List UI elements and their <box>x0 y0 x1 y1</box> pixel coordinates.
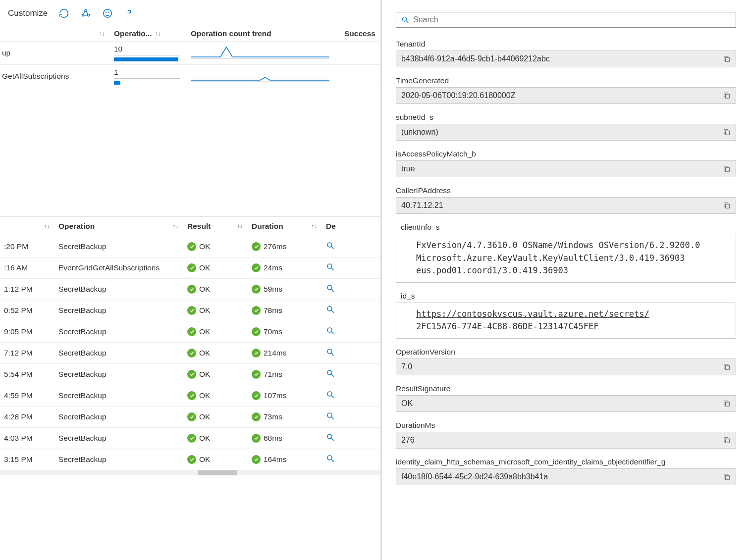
check-icon <box>187 327 196 336</box>
table-row[interactable]: 9:05 PM SecretBackup OK 70ms <box>0 321 380 343</box>
col-duration[interactable]: Duration ↑↓ <box>252 222 326 231</box>
col-de[interactable]: De <box>326 222 356 231</box>
property-field: subnetId_s(unknown) <box>396 113 736 141</box>
magnify-icon[interactable] <box>326 348 335 356</box>
chip-label: 71ms <box>264 370 282 379</box>
cell-time: :20 PM <box>4 242 58 251</box>
sort-icon[interactable]: ↑↓ <box>99 30 105 37</box>
horizontal-scrollbar[interactable] <box>0 470 380 475</box>
sort-icon[interactable]: ↑↓ <box>311 223 317 230</box>
svg-rect-35 <box>725 131 729 135</box>
svg-line-16 <box>331 310 334 313</box>
sort-icon[interactable]: ↑↓ <box>44 223 50 230</box>
svg-point-6 <box>129 16 130 17</box>
copy-icon[interactable] <box>723 400 731 407</box>
svg-point-31 <box>402 17 407 21</box>
table-row[interactable]: 1:12 PM SecretBackup OK 59ms <box>0 279 380 300</box>
col-operation[interactable]: Operatio... ↑↓ <box>114 29 191 38</box>
chip-label: 276ms <box>264 242 287 251</box>
col-result[interactable]: Result ↑↓ <box>187 222 252 231</box>
copy-icon[interactable] <box>723 436 731 444</box>
property-label: TimeGenerated <box>396 76 736 85</box>
sort-icon[interactable]: ↑↓ <box>155 30 161 37</box>
cell-duration: 276ms <box>252 242 326 252</box>
magnify-icon[interactable] <box>326 284 335 293</box>
table-row[interactable]: 3:15 PM SecretBackup OK 164ms <box>0 449 380 470</box>
table-row[interactable]: 7:12 PM SecretBackup OK 214ms <box>0 343 380 364</box>
copy-icon[interactable] <box>723 128 731 136</box>
customize-button[interactable]: Customize <box>8 8 48 18</box>
cell-time: 4:59 PM <box>4 391 58 400</box>
table-row[interactable]: 0:52 PM SecretBackup OK 78ms <box>0 300 380 321</box>
chip-label: OK <box>199 434 210 443</box>
cell-result: OK <box>187 349 252 358</box>
property-label: ResultSignature <box>396 384 736 393</box>
magnify-icon[interactable] <box>326 326 335 335</box>
cell-result: OK <box>187 391 252 401</box>
magnify-icon[interactable] <box>326 454 335 463</box>
magnify-icon[interactable] <box>326 305 335 314</box>
help-icon[interactable] <box>124 8 135 19</box>
cell-operation: SecretBackup <box>58 391 187 400</box>
sort-icon[interactable]: ↑↓ <box>237 223 243 230</box>
col-trend[interactable]: Operation count trend <box>191 29 344 38</box>
magnify-icon[interactable] <box>326 262 335 271</box>
col-operation[interactable]: Operation ↑↓ <box>58 222 187 231</box>
copy-icon[interactable] <box>723 55 731 63</box>
cell-duration: 214ms <box>252 349 326 358</box>
property-field: OperationVersion7.0 <box>396 348 736 375</box>
magnify-icon[interactable] <box>326 241 335 250</box>
svg-point-11 <box>327 264 332 268</box>
copy-icon[interactable] <box>723 165 731 173</box>
copy-icon[interactable] <box>723 363 731 371</box>
property-field: ResultSignatureOK <box>396 384 736 412</box>
property-value-plain: https://contosokvscus.vault.azure.net/se… <box>396 303 736 339</box>
table-row[interactable]: :20 PM SecretBackup OK 276ms <box>0 236 380 257</box>
cell-result: OK <box>187 327 252 337</box>
copy-icon[interactable] <box>723 92 731 100</box>
svg-point-19 <box>327 349 332 354</box>
search-field[interactable] <box>413 15 731 24</box>
table-row[interactable]: 4:59 PM SecretBackup OK 107ms <box>0 385 380 407</box>
col-duration-label: Duration <box>252 222 283 231</box>
table-row[interactable]: 4:03 PM SecretBackup OK 68ms <box>0 428 380 449</box>
share-icon[interactable] <box>80 8 91 19</box>
detail-rows: :20 PM SecretBackup OK 276ms :16 AM Even… <box>0 236 380 470</box>
check-icon <box>252 263 261 272</box>
check-icon <box>187 434 196 443</box>
cell-operation: SecretBackup <box>58 306 187 315</box>
summary-header: ↑↓ Operatio... ↑↓ Operation count trend … <box>0 26 380 42</box>
property-label: identity_claim_http_schemas_microsoft_co… <box>396 458 736 466</box>
summary-row[interactable]: GetAllSubscriptions 1 <box>0 65 380 88</box>
svg-line-14 <box>331 289 334 292</box>
chip-label: 70ms <box>264 327 282 336</box>
cell-details <box>326 411 356 422</box>
search-icon <box>401 16 409 24</box>
search-input[interactable] <box>396 12 736 28</box>
cell-details <box>326 433 356 444</box>
chip-label: 214ms <box>264 349 287 357</box>
cell-duration: 73ms <box>252 412 326 422</box>
svg-rect-34 <box>725 94 729 98</box>
cell-duration: 71ms <box>252 370 326 379</box>
copy-icon[interactable] <box>723 202 731 209</box>
refresh-icon[interactable] <box>58 8 69 19</box>
table-row[interactable]: :16 AM EventGridGetAllSubscriptions OK 2… <box>0 257 380 279</box>
property-field: isAccessPolicyMatch_btrue <box>396 150 736 177</box>
magnify-icon[interactable] <box>326 390 335 399</box>
magnify-icon[interactable] <box>326 433 335 442</box>
sort-icon[interactable]: ↑↓ <box>172 223 178 230</box>
svg-line-28 <box>331 438 334 441</box>
property-value: 40.71.12.21 <box>401 201 443 210</box>
property-value-box: true <box>396 160 736 177</box>
col-success[interactable]: Success <box>344 29 380 38</box>
feedback-icon[interactable] <box>102 8 113 19</box>
copy-icon[interactable] <box>723 473 731 481</box>
cell-result: OK <box>187 412 252 422</box>
table-row[interactable]: 5:54 PM SecretBackup OK 71ms <box>0 364 380 385</box>
svg-point-5 <box>109 12 109 13</box>
magnify-icon[interactable] <box>326 411 335 420</box>
summary-row[interactable]: up 10 <box>0 42 380 65</box>
magnify-icon[interactable] <box>326 369 335 378</box>
table-row[interactable]: 4:28 PM SecretBackup OK 73ms <box>0 407 380 428</box>
